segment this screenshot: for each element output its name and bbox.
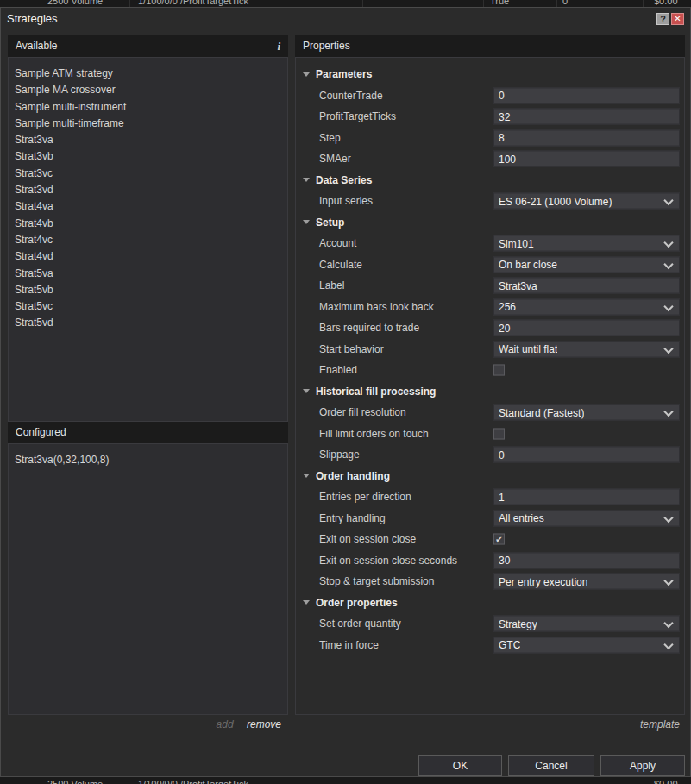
available-list[interactable]: Sample ATM strategySample MA crossoverSa… [8, 57, 288, 422]
configured-panel-header: Configured [8, 422, 288, 443]
background-table-row-bottom: 2500 Volume 1/100/0/0 /ProfitTargetTick … [0, 777, 691, 784]
section-title: Data Series [316, 174, 372, 186]
property-row: Set order quantityStrategy [296, 613, 684, 635]
entry-handling-select[interactable]: All entries [493, 510, 680, 526]
chevron-down-icon [663, 407, 673, 417]
property-label: Bars required to trade [319, 322, 419, 334]
list-item[interactable]: Strat4vd [9, 248, 287, 265]
list-item[interactable]: Strat3va(0,32,100,8) [9, 452, 287, 468]
section-header-order-properties[interactable]: Order properties [296, 593, 684, 614]
info-icon[interactable]: i [277, 35, 280, 57]
property-row: AccountSim101 [296, 233, 684, 254]
property-field: On bar close [493, 256, 680, 273]
background-cell: 1/100/0/0 /ProfitTargetTick [138, 0, 248, 6]
property-field [493, 428, 505, 439]
order-fill-resolution-select[interactable]: Standard (Fastest) [493, 405, 680, 421]
time-in-force-select[interactable]: GTC [493, 637, 680, 653]
property-label: Input series [319, 195, 373, 207]
list-item[interactable]: Sample multi-instrument [9, 99, 287, 116]
fill-limit-orders-on-touch-checkbox[interactable] [493, 428, 505, 439]
property-label: Stop & target submission [319, 575, 434, 587]
dialog-titlebar[interactable]: Strategies ? ✕ [1, 8, 690, 29]
property-label: SMAer [319, 153, 351, 165]
select-value: Strategy [499, 618, 537, 630]
column-separator [129, 0, 130, 7]
list-item[interactable]: Sample MA crossover [9, 82, 287, 98]
maximum-bars-look-back-select[interactable]: 256 [493, 298, 680, 315]
help-button[interactable]: ? [656, 13, 669, 25]
remove-link[interactable]: remove [247, 718, 281, 731]
slippage-input[interactable] [493, 447, 680, 463]
exit-on-session-close-seconds-input[interactable] [493, 552, 680, 568]
property-row: Entry handlingAll entries [296, 508, 684, 530]
property-row: Order fill resolutionStandard (Fastest) [296, 402, 684, 423]
enabled-checkbox[interactable] [493, 365, 505, 376]
property-label: Slippage [319, 448, 360, 461]
account-select[interactable]: Sim101 [493, 235, 680, 252]
list-item[interactable]: Strat5vb [9, 282, 287, 298]
set-order-quantity-select[interactable]: Strategy [493, 616, 680, 632]
property-field [493, 109, 680, 125]
select-value: 256 [499, 301, 516, 313]
template-link[interactable]: template [640, 718, 680, 731]
list-item[interactable]: Strat4vb [9, 216, 287, 232]
list-item[interactable]: Strat5va [9, 266, 287, 282]
cancel-button[interactable]: Cancel [508, 755, 594, 776]
section-header-data-series[interactable]: Data Series [296, 170, 684, 191]
list-action-links: add remove [8, 718, 288, 731]
list-item[interactable]: Sample multi-timeframe [9, 116, 287, 132]
profittargetticks-input[interactable] [493, 109, 680, 125]
section-title: Parameters [316, 68, 372, 80]
background-cell: 2500 Volume [47, 779, 103, 784]
column-separator [643, 0, 644, 7]
property-row: CalculateOn bar close [296, 254, 684, 276]
section-header-parameters[interactable]: Parameters [296, 64, 684, 85]
property-field: Sim101 [493, 235, 680, 252]
property-row: Maximum bars look back256 [296, 297, 684, 318]
list-item[interactable]: Strat3vb [9, 148, 287, 165]
configured-list[interactable]: Strat3va(0,32,100,8) [8, 443, 288, 715]
section-header-order-handling[interactable]: Order handling [296, 466, 684, 487]
exit-on-session-close-checkbox[interactable]: ✔ [493, 534, 505, 545]
step-input[interactable] [493, 129, 680, 146]
add-link[interactable]: add [217, 718, 234, 731]
property-label: Maximum bars look back [319, 301, 434, 313]
list-item[interactable]: Strat5vc [9, 298, 287, 315]
background-cell: True [490, 0, 509, 6]
property-field: 256 [493, 298, 680, 315]
apply-button[interactable]: Apply [600, 755, 685, 776]
list-item[interactable]: Strat3vd [9, 182, 287, 198]
section-title: Setup [316, 216, 344, 229]
ok-button[interactable]: OK [418, 755, 502, 776]
label-input[interactable] [493, 278, 680, 294]
list-item[interactable]: Strat5vd [9, 315, 287, 331]
chevron-down-icon [663, 344, 673, 354]
section-header-historical-fill-processing[interactable]: Historical fill processing [296, 381, 684, 403]
chevron-down-icon [663, 618, 673, 628]
list-item[interactable]: Strat4va [9, 198, 287, 215]
properties-panel-header: Properties [295, 35, 685, 57]
select-value: Sim101 [499, 237, 534, 249]
entries-per-direction-input[interactable] [493, 489, 680, 505]
stop-target-submission-select[interactable]: Per entry execution [493, 574, 680, 590]
close-button[interactable]: ✕ [671, 13, 684, 25]
countertrade-input[interactable] [493, 87, 680, 103]
list-item[interactable]: Sample ATM strategy [9, 66, 287, 82]
input-series-select[interactable]: ES 06-21 (1000 Volume) [493, 193, 680, 210]
smaer-input[interactable] [493, 151, 680, 167]
calculate-select[interactable]: On bar close [493, 256, 680, 273]
property-row: SMAer [296, 148, 684, 170]
start-behavior-select[interactable]: Wait until flat [493, 341, 680, 357]
strategies-dialog: Strategies ? ✕ Available i Sample ATM st… [0, 7, 691, 777]
property-field [493, 489, 680, 505]
section-header-setup[interactable]: Setup [296, 212, 684, 234]
list-item[interactable]: Strat3vc [9, 166, 287, 182]
bars-required-to-trade-input[interactable] [493, 320, 680, 336]
list-item[interactable]: Strat4vc [9, 232, 287, 248]
property-row: Exit on session close✔ [296, 529, 684, 550]
collapse-arrow-icon [303, 600, 310, 605]
list-item[interactable]: Strat3va [9, 132, 287, 148]
background-cell: 2500 Volume [47, 0, 103, 6]
property-label: Label [319, 279, 344, 292]
property-row: CounterTrade [296, 85, 684, 107]
